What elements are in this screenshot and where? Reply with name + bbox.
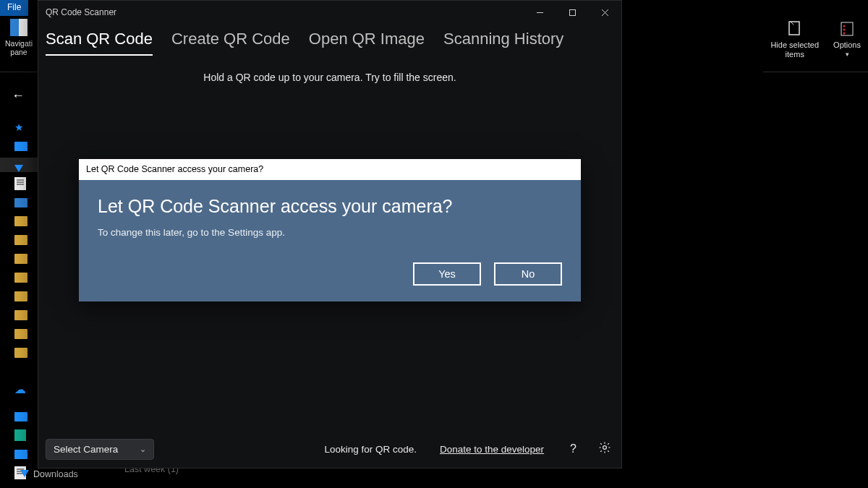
folder-icon: [14, 216, 27, 226]
gear-icon: [598, 441, 611, 454]
donate-link[interactable]: Donate to the developer: [440, 444, 544, 455]
app-body: Let QR Code Scanner access your camera? …: [38, 83, 621, 430]
download-icon: [20, 470, 29, 479]
back-button[interactable]: ←: [12, 88, 25, 103]
yes-button[interactable]: Yes: [413, 262, 481, 286]
cloud-icon: ☁: [14, 382, 26, 396]
pictures-icon: [14, 198, 27, 207]
monitor-icon: [14, 412, 27, 421]
close-button[interactable]: [589, 1, 621, 24]
sidebar-item-downloads[interactable]: [0, 158, 38, 172]
chevron-down-icon: ▾: [846, 51, 849, 58]
chevron-down-icon: ⌄: [140, 445, 146, 454]
sidebar-item[interactable]: [0, 214, 38, 228]
window-controls: [524, 1, 621, 24]
ribbon-right-group: e: [615, 16, 760, 72]
desktop-icon: [14, 142, 27, 151]
sidebar-item[interactable]: [0, 270, 38, 285]
ribbon-right: Hide selected items Options ▾: [763, 16, 868, 72]
svg-rect-0: [789, 22, 799, 35]
hide-selected-icon: [786, 20, 804, 38]
tab-open-qr-image[interactable]: Open QR Image: [309, 30, 425, 56]
options-button[interactable]: Options ▾: [826, 16, 868, 72]
help-button[interactable]: ?: [570, 442, 576, 455]
file-menu[interactable]: File: [0, 0, 28, 16]
folder-icon: [14, 348, 27, 358]
dialog-body: Let QR Code Scanner access your camera? …: [79, 180, 581, 301]
svg-rect-1: [841, 22, 853, 35]
sidebar-item[interactable]: [0, 195, 38, 210]
folder-icon: [14, 310, 27, 320]
scan-status: Looking for QR code.: [324, 444, 417, 455]
settings-button[interactable]: [598, 441, 611, 457]
tree-item-downloads[interactable]: Downloads: [20, 469, 78, 479]
sidebar-quick-access[interactable]: ★: [0, 120, 38, 134]
sidebar-onedrive[interactable]: ☁: [0, 382, 38, 396]
hide-selected-label: Hide selected items: [770, 40, 819, 59]
tab-scanning-history[interactable]: Scanning History: [443, 30, 563, 56]
star-icon: ★: [14, 121, 24, 133]
dialog-header: Let QR Code Scanner access your camera?: [79, 159, 581, 180]
document-icon: [14, 177, 26, 190]
tab-create-qr[interactable]: Create QR Code: [171, 30, 290, 56]
svg-point-9: [603, 446, 607, 450]
desktop-icon: [14, 450, 27, 459]
sidebar-item[interactable]: [0, 139, 38, 153]
explorer-sidebar: ★ ☁: [0, 113, 38, 488]
folder-icon: [14, 291, 27, 301]
sidebar-item[interactable]: [0, 233, 38, 247]
camera-select-dropdown[interactable]: Select Camera ⌄: [46, 439, 154, 460]
navigation-pane-button[interactable]: Navigati pane: [0, 16, 38, 72]
sidebar-item[interactable]: [0, 308, 38, 322]
folder-icon: [14, 329, 27, 339]
sidebar-item[interactable]: [0, 346, 38, 360]
folder-icon: [14, 254, 27, 264]
hide-selected-items-button[interactable]: Hide selected items: [763, 16, 826, 72]
dialog-subtitle: To change this later, go to the Settings…: [98, 227, 562, 238]
app-tabs: Scan QR Code Create QR Code Open QR Imag…: [38, 24, 621, 56]
svg-point-2: [843, 25, 846, 27]
no-button[interactable]: No: [494, 262, 562, 286]
navigation-pane-icon: [10, 19, 27, 36]
sidebar-item[interactable]: [0, 428, 38, 442]
folder-icon: [14, 273, 27, 283]
qr-scanner-window: QR Code Scanner Scan QR Code Create QR C…: [38, 0, 622, 468]
minimize-button[interactable]: [524, 1, 556, 24]
options-label: Options: [833, 40, 861, 49]
sidebar-item[interactable]: [0, 252, 38, 266]
app-bottom-bar: Select Camera ⌄ Looking for QR code. Don…: [38, 430, 621, 468]
folder-icon: [14, 235, 27, 245]
explorer-menubar: File: [0, 0, 28, 16]
camera-select-label: Select Camera: [54, 444, 118, 455]
svg-point-4: [843, 33, 846, 35]
maximize-button[interactable]: [556, 1, 589, 24]
sidebar-item[interactable]: [0, 176, 38, 191]
sidebar-item[interactable]: [0, 289, 38, 304]
sidebar-this-pc[interactable]: [0, 409, 38, 424]
navigation-pane-label: Navigati pane: [5, 39, 33, 56]
sidebar-item[interactable]: [0, 327, 38, 341]
camera-permission-dialog: Let QR Code Scanner access your camera? …: [79, 159, 581, 301]
objects-icon: [14, 429, 26, 441]
dialog-title: Let QR Code Scanner access your camera?: [98, 196, 562, 217]
svg-point-3: [843, 29, 846, 31]
tab-scan-qr[interactable]: Scan QR Code: [46, 30, 153, 56]
options-icon: [838, 20, 856, 38]
downloads-label: Downloads: [33, 469, 78, 479]
scan-instruction: Hold a QR code up to your camera. Try to…: [38, 72, 621, 83]
svg-rect-6: [570, 9, 576, 15]
titlebar: QR Code Scanner: [38, 1, 621, 24]
sidebar-item[interactable]: [0, 447, 38, 461]
dialog-buttons: Yes No: [98, 262, 562, 286]
window-title: QR Code Scanner: [46, 7, 116, 17]
